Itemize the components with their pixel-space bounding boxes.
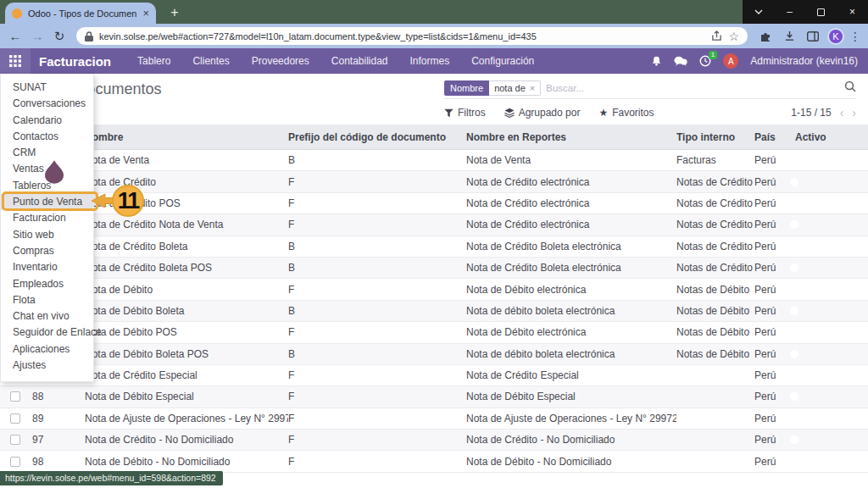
header-pais[interactable]: País bbox=[754, 131, 795, 143]
odoo-menu-item[interactable]: Configuración bbox=[471, 55, 534, 67]
app-menu-item[interactable]: Empleados bbox=[1, 276, 93, 292]
row-checkbox[interactable] bbox=[10, 435, 20, 445]
favorites-button[interactable]: ★ Favoritos bbox=[598, 107, 654, 119]
cell-nombre[interactable]: Nota de Crédito Nota de Venta bbox=[76, 219, 288, 230]
cell-sequence: 88 bbox=[31, 391, 76, 402]
app-menu-item[interactable]: Conversaciones bbox=[1, 96, 93, 112]
app-menu-item[interactable]: SUNAT bbox=[1, 80, 93, 96]
cell-nombre[interactable]: Nota de Crédito Especial bbox=[76, 369, 288, 381]
table-row[interactable]: Nota de Débito F Nota de Débito electrón… bbox=[0, 279, 868, 300]
user-name[interactable]: Administrador (kevin16) bbox=[750, 55, 858, 67]
odoo-menu-item[interactable]: Contabilidad bbox=[331, 55, 388, 67]
reload-icon[interactable]: ↻ bbox=[51, 29, 68, 44]
cell-prefijo: B bbox=[288, 262, 466, 274]
table-row[interactable]: 97 Nota de Crédito - No Domiciliado F No… bbox=[0, 430, 868, 451]
app-menu-item[interactable]: Aplicaciones bbox=[1, 341, 93, 358]
user-avatar[interactable]: A bbox=[723, 53, 738, 69]
app-menu-item[interactable]: Ajustes bbox=[1, 358, 93, 374]
app-menu-item[interactable]: Facturacion bbox=[1, 210, 93, 226]
maximize-button[interactable] bbox=[805, 0, 837, 24]
header-nombre-reportes[interactable]: Nombre en Reportes bbox=[466, 131, 676, 143]
extensions-puzzle-icon[interactable] bbox=[756, 30, 775, 42]
cell-nombre[interactable]: Nota de Débito bbox=[76, 284, 288, 296]
filters-button[interactable]: Filtros bbox=[444, 107, 486, 119]
table-row[interactable]: 87 Nota de Crédito Especial F Nota de Cr… bbox=[0, 365, 868, 386]
browser-profile-avatar[interactable]: K bbox=[827, 28, 844, 45]
cell-nombre[interactable]: Nota de Venta bbox=[76, 154, 288, 166]
table-row[interactable]: Nota de Débito Boleta POS B Nota de débi… bbox=[0, 344, 868, 365]
table-row[interactable]: Nota de Débito Boleta B Nota de débito b… bbox=[0, 301, 868, 322]
app-menu-item[interactable]: Compras bbox=[1, 243, 93, 259]
search-icon[interactable] bbox=[844, 80, 856, 96]
cell-nombre[interactable]: Nota de Débito POS bbox=[76, 326, 288, 338]
app-menu-item[interactable]: Chat en vivo bbox=[1, 308, 93, 324]
activities-clock-icon[interactable]: 1 bbox=[699, 55, 711, 67]
header-activo[interactable]: Activo bbox=[795, 131, 860, 143]
search-bar[interactable]: Nombre nota de × bbox=[444, 77, 856, 99]
odoo-menu-item[interactable]: Informes bbox=[410, 55, 450, 67]
app-brand[interactable]: Facturacion bbox=[39, 54, 111, 69]
table-row[interactable]: Nota de Crédito Boleta B Nota de Crédito… bbox=[0, 236, 868, 258]
search-input[interactable] bbox=[546, 83, 839, 93]
row-checkbox[interactable] bbox=[10, 413, 20, 424]
header-tipo-interno[interactable]: Tipo interno bbox=[676, 131, 754, 143]
cell-nombre-reportes: Nota de débito boleta electrónica bbox=[466, 348, 676, 360]
cell-nombre[interactable]: Nota de Crédito Boleta POS bbox=[76, 262, 288, 274]
table-row[interactable]: Nota de Débito POS F Nota de Débito elec… bbox=[0, 322, 868, 343]
messages-chat-icon[interactable] bbox=[674, 56, 687, 67]
odoo-menu-item[interactable]: Tablero bbox=[137, 55, 170, 67]
bookmark-star-icon[interactable]: ☆ bbox=[728, 30, 739, 43]
minimize-button[interactable]: – bbox=[774, 0, 805, 24]
odoo-menu-item[interactable]: Proveedores bbox=[252, 55, 309, 67]
app-menu-item[interactable]: CRM bbox=[1, 145, 93, 161]
apps-dropdown-menu: SUNAT Conversaciones Calendario Contacto… bbox=[0, 74, 94, 382]
close-window-button[interactable]: × bbox=[837, 0, 868, 24]
cell-pais: Perú bbox=[754, 456, 795, 468]
cell-nombre[interactable]: Nota de Débito Boleta POS bbox=[76, 348, 288, 360]
table-row[interactable]: 89 Nota de Ajuste de Operaciones - Ley N… bbox=[0, 408, 868, 430]
cell-nombre-reportes: Nota de Venta bbox=[466, 154, 676, 166]
cell-nombre[interactable]: Nota de Débito Boleta bbox=[76, 305, 288, 317]
cell-pais: Perú bbox=[754, 413, 795, 424]
app-menu-item[interactable]: Sitio web bbox=[1, 227, 93, 243]
back-icon[interactable]: ← bbox=[7, 29, 24, 43]
tab-search-icon[interactable] bbox=[743, 0, 774, 24]
table-row[interactable]: Nota de Crédito Boleta POS B Nota de Cré… bbox=[0, 258, 868, 279]
table-row[interactable]: 98 Nota de Débito - No Domiciliado F Not… bbox=[0, 451, 868, 472]
table-row[interactable]: Nota de Crédito Nota de Venta F Nota de … bbox=[0, 214, 868, 236]
table-row[interactable]: 88 Nota de Débito Especial F Nota de Déb… bbox=[0, 386, 868, 408]
app-menu-item[interactable]: Inventario bbox=[1, 259, 93, 275]
row-checkbox[interactable] bbox=[10, 391, 20, 402]
groupby-button[interactable]: Agrupado por bbox=[504, 107, 581, 119]
pager-prev-icon[interactable]: ‹ bbox=[840, 106, 844, 119]
browser-menu-icon[interactable]: ⋮ bbox=[849, 30, 861, 43]
share-icon[interactable] bbox=[711, 30, 722, 42]
browser-tab[interactable]: Odoo - Tipos de Documentos × bbox=[5, 3, 156, 24]
new-tab-button[interactable]: + bbox=[166, 4, 183, 21]
facet-remove-icon[interactable]: × bbox=[530, 83, 535, 93]
cell-nombre[interactable]: Nota de Ajuste de Operaciones - Ley N° 2… bbox=[76, 413, 288, 424]
app-menu-item[interactable]: Flota bbox=[1, 292, 93, 308]
table-row[interactable]: Nota de Venta B Nota de Venta Facturas P… bbox=[0, 150, 868, 171]
cell-nombre[interactable]: Nota de Crédito bbox=[76, 176, 288, 188]
pager-next-icon[interactable]: › bbox=[852, 106, 856, 119]
side-panel-icon[interactable] bbox=[804, 31, 822, 42]
header-nombre[interactable]: Nombre bbox=[76, 131, 288, 143]
forward-icon[interactable]: → bbox=[29, 29, 46, 43]
notifications-bell-icon[interactable] bbox=[651, 55, 662, 67]
cell-nombre[interactable]: Nota de Débito Especial bbox=[76, 391, 288, 402]
app-menu-item[interactable]: Contactos bbox=[1, 129, 93, 145]
address-bar[interactable]: kevin.solse.pe/web#action=727&model=l10n… bbox=[76, 27, 748, 45]
apps-grid-button[interactable] bbox=[0, 48, 31, 74]
app-menu-item[interactable]: Calendario bbox=[1, 113, 93, 129]
cell-nombre[interactable]: Nota de Crédito Boleta bbox=[76, 241, 288, 252]
url-text[interactable]: kevin.solse.pe/web#action=727&model=l10n… bbox=[99, 31, 705, 42]
odoo-menu-item[interactable]: Clientes bbox=[192, 55, 229, 67]
download-icon[interactable] bbox=[780, 30, 798, 42]
header-prefijo[interactable]: Prefijo del código de documento bbox=[288, 131, 466, 143]
app-menu-item[interactable]: Seguidor de Enlace bbox=[1, 324, 93, 341]
row-checkbox[interactable] bbox=[10, 457, 20, 467]
cell-nombre[interactable]: Nota de Crédito - No Domiciliado bbox=[76, 434, 288, 446]
tab-close-icon[interactable]: × bbox=[142, 7, 149, 19]
cell-nombre[interactable]: Nota de Débito - No Domiciliado bbox=[76, 456, 288, 468]
